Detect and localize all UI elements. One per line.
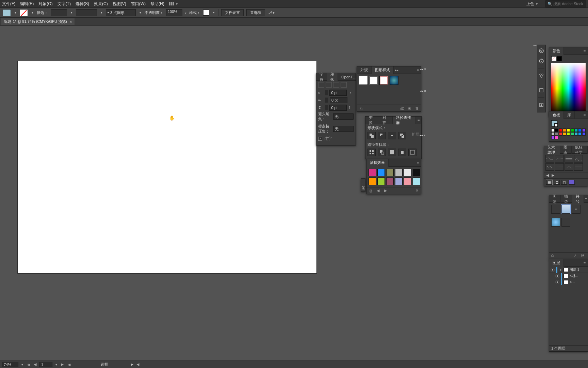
scribble-swatch[interactable] <box>404 178 411 185</box>
swatch[interactable] <box>559 132 562 136</box>
fill-swatch[interactable] <box>3 9 11 16</box>
minus-front-icon[interactable] <box>378 132 386 139</box>
swatch[interactable] <box>574 132 578 136</box>
visibility-toggle[interactable] <box>551 268 555 272</box>
menu-edit[interactable]: 编辑(E) <box>20 1 34 7</box>
opacity-expand[interactable]: › <box>185 10 186 15</box>
view-color-icon[interactable] <box>569 180 575 185</box>
opacity-input[interactable]: 100% <box>166 9 182 16</box>
zoom-caret[interactable]: ▾ <box>20 363 24 366</box>
panel-menu-icon[interactable]: ≡ <box>582 113 588 117</box>
vwp-dd[interactable]: ▾ <box>100 11 103 14</box>
tab-scribble[interactable]: 涂抹效果 <box>366 159 389 167</box>
panel-menu-icon[interactable]: ≡ <box>582 49 588 53</box>
style-swatch-2[interactable] <box>369 76 378 85</box>
layer-row[interactable]: <渐… <box>549 273 588 279</box>
panel-menu-icon[interactable]: ≡ <box>416 118 421 122</box>
trim-icon[interactable] <box>378 149 386 156</box>
swatch[interactable] <box>567 132 570 136</box>
view-list-icon[interactable]: ≣ <box>554 180 560 185</box>
panel-menu-icon[interactable]: ≡ <box>415 161 421 165</box>
visibility-toggle[interactable] <box>555 274 559 278</box>
swatch[interactable] <box>571 128 574 132</box>
style-swatch-default[interactable] <box>359 76 368 85</box>
indent-left-input[interactable]: 0 pt <box>329 90 347 96</box>
export-icon[interactable] <box>538 102 544 108</box>
space-before-spin[interactable] <box>325 105 328 110</box>
layer-row[interactable]: ▾ 图层 1 <box>549 267 588 273</box>
scribble-swatch[interactable] <box>404 169 411 176</box>
brush-thumbnail[interactable] <box>545 155 554 163</box>
swatch[interactable] <box>555 132 558 136</box>
panel-menu-icon[interactable]: ≡ <box>584 197 588 201</box>
scribble-swatch[interactable] <box>395 169 403 176</box>
tab-symbols[interactable]: 符号 <box>572 195 584 203</box>
align-to-icon[interactable]: ⎇▾ <box>268 10 275 15</box>
layer-name[interactable]: 图层 1 <box>570 267 586 272</box>
menu-object[interactable]: 对象(O) <box>38 1 52 7</box>
scribble-swatch[interactable] <box>386 169 394 176</box>
close-icon[interactable]: ◂◂ × <box>420 89 426 93</box>
tab-mad-science[interactable]: 疯狂科学 <box>572 146 588 154</box>
collapsed-panel-group[interactable]: 茶… <box>361 178 365 192</box>
brush-thumbnail[interactable] <box>574 163 583 171</box>
stroke-swatch[interactable] <box>20 9 28 16</box>
hyphenate-checkbox[interactable] <box>318 137 322 141</box>
close-icon[interactable]: ◂◂ × <box>420 67 426 71</box>
arrange-documents[interactable]: ▾ <box>169 2 178 6</box>
tab-color[interactable]: 颜色 <box>549 47 564 55</box>
brush-thumbnail[interactable] <box>545 163 554 171</box>
align-left-icon[interactable] <box>318 82 324 88</box>
swatch[interactable] <box>559 128 562 132</box>
layer-row[interactable]: <… <box>549 279 588 285</box>
swatch[interactable] <box>567 128 570 132</box>
tab-align[interactable]: 对齐 <box>379 117 393 124</box>
first-artboard-icon[interactable]: ⏮ <box>26 363 31 367</box>
status-play-icon[interactable]: ▶ <box>131 362 133 367</box>
tab-graphic-styles[interactable]: 图形样式 <box>372 66 394 74</box>
swatch[interactable] <box>571 132 574 136</box>
tab-stroke[interactable]: 描边 <box>561 195 572 203</box>
menu-help[interactable]: 帮助(H) <box>150 1 164 7</box>
artboard-dd[interactable]: ▾ <box>54 363 58 366</box>
graphic-style-current[interactable] <box>203 10 209 16</box>
menu-view[interactable]: 视图(V) <box>113 1 126 7</box>
document-tab[interactable]: 标题-1* @ 91.74% (CMYK/GPU 预览) × <box>1 18 75 25</box>
menu-type[interactable]: 文字(T) <box>58 1 71 7</box>
library-menu-icon[interactable]: ⎙ <box>368 188 373 194</box>
stock-search[interactable]: 🔍 搜索 Adobe Stock <box>545 0 586 7</box>
tab-swatches[interactable]: 色板 <box>549 111 564 119</box>
panel-collapse-icon[interactable]: ▸▸ <box>394 68 400 72</box>
swatch[interactable] <box>578 132 582 136</box>
stroke-color-swatch[interactable] <box>557 56 562 61</box>
new-style-icon[interactable]: ▣ <box>407 106 412 111</box>
view-thumb-icon[interactable]: ▦ <box>546 180 552 185</box>
tab-character[interactable]: 字符 <box>316 73 327 81</box>
prev-artboard-icon[interactable]: ◀ <box>33 362 37 367</box>
swatch[interactable] <box>574 128 578 132</box>
last-artboard-icon[interactable]: ⏭ <box>67 363 71 367</box>
swatch[interactable] <box>578 128 582 132</box>
intersect-icon[interactable] <box>388 132 396 139</box>
current-fill-stroke[interactable] <box>551 120 557 126</box>
brush-thumbnail[interactable] <box>555 155 564 163</box>
visibility-toggle[interactable] <box>555 280 559 284</box>
variable-width-profile[interactable] <box>76 9 97 16</box>
symbol-thumbnail[interactable] <box>561 218 570 227</box>
close-icon[interactable]: ◂◂ × <box>420 134 426 137</box>
view-large-icon[interactable]: ◻ <box>561 180 567 185</box>
color-spectrum[interactable] <box>551 63 586 114</box>
brush-thumbnail[interactable] <box>565 155 573 163</box>
prev-icon[interactable]: ◀ <box>375 188 381 194</box>
mojikumi-set-dropdown[interactable]: 无 <box>333 126 354 132</box>
libraries-icon[interactable] <box>538 73 544 79</box>
artboard[interactable] <box>18 61 316 273</box>
symbol-thumbnail[interactable] <box>551 218 560 227</box>
place-symbol-icon[interactable]: ↗ <box>573 254 578 258</box>
scribble-swatch[interactable] <box>377 178 385 185</box>
stroke-weight-input[interactable] <box>51 9 67 16</box>
tab-brushes[interactable]: 画笔 <box>549 195 561 203</box>
library-icon[interactable]: ⎙ <box>551 254 556 258</box>
workspace-switcher[interactable]: 上色 ▾ <box>526 1 538 6</box>
layer-name[interactable]: <渐… <box>570 274 586 278</box>
